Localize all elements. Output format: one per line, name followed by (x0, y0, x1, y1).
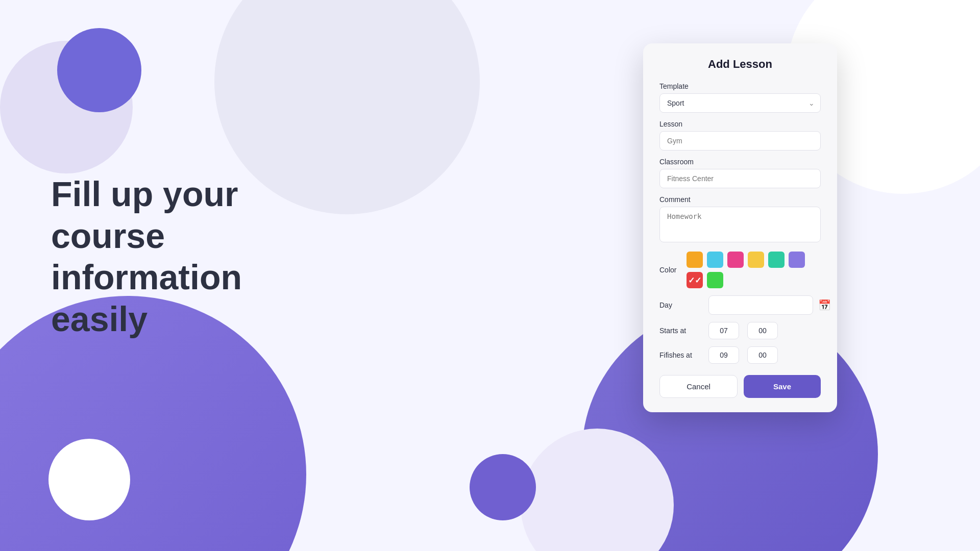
color-swatch-cyan[interactable] (707, 252, 723, 268)
comment-group: Comment (659, 195, 821, 244)
classroom-group: Classroom (659, 158, 821, 188)
hero-title-line1: Fill up your course (51, 174, 238, 255)
hero-text: Fill up your course information easily (51, 173, 347, 340)
starts-at-hour[interactable] (708, 322, 739, 339)
starts-at-time-row (708, 322, 778, 339)
bg-blob-small-blue (57, 28, 141, 112)
color-swatch-purple[interactable] (789, 252, 805, 268)
cancel-button[interactable]: Cancel (659, 375, 738, 398)
comment-label: Comment (659, 195, 821, 204)
starts-at-group: Starts at (659, 322, 821, 339)
day-group: Day 📅 (659, 295, 821, 315)
color-group: Color ✓ (659, 252, 821, 288)
color-swatch-red-check[interactable]: ✓ (687, 272, 703, 288)
day-input[interactable] (708, 295, 813, 315)
save-button[interactable]: Save (744, 375, 821, 398)
lesson-label: Lesson (659, 120, 821, 128)
color-label: Color (659, 266, 676, 274)
color-swatch-green[interactable] (707, 272, 723, 288)
hero-title: Fill up your course information easily (51, 173, 347, 340)
modal-button-row: Cancel Save (659, 375, 821, 398)
classroom-input[interactable] (659, 169, 821, 188)
finishes-at-time-row (708, 346, 778, 364)
finishes-at-hour[interactable] (708, 346, 739, 364)
color-swatch-pink[interactable] (727, 252, 744, 268)
template-group: Template Sport Music Science Art Math ⌄ (659, 82, 821, 113)
bg-blob-bottom-right (521, 429, 674, 551)
hero-title-line2: information easily (51, 258, 242, 338)
template-select[interactable]: Sport Music Science Art Math (659, 93, 821, 113)
finishes-at-min[interactable] (747, 346, 778, 364)
bg-blob-mid-circle (470, 454, 536, 520)
color-swatch-orange[interactable] (687, 252, 703, 268)
template-select-wrapper: Sport Music Science Art Math ⌄ (659, 93, 821, 113)
color-swatch-yellow[interactable] (748, 252, 764, 268)
color-swatch-teal[interactable] (768, 252, 785, 268)
finishes-at-label: Fifishes at (659, 351, 700, 359)
comment-textarea[interactable] (659, 207, 821, 242)
bg-blob-bottom-left-white (48, 439, 130, 520)
lesson-group: Lesson (659, 120, 821, 151)
lesson-input[interactable] (659, 131, 821, 151)
day-row: 📅 (708, 295, 831, 315)
day-label: Day (659, 301, 700, 309)
starts-at-label: Starts at (659, 327, 700, 335)
classroom-label: Classroom (659, 158, 821, 166)
bg-blob-left-light (0, 41, 133, 173)
calendar-icon[interactable]: 📅 (818, 299, 831, 311)
modal-title: Add Lesson (659, 58, 821, 71)
finishes-at-group: Fifishes at (659, 346, 821, 364)
add-lesson-modal: Add Lesson Template Sport Music Science … (643, 43, 837, 412)
starts-at-min[interactable] (747, 322, 778, 339)
template-label: Template (659, 82, 821, 90)
color-picker: ✓ (687, 252, 821, 288)
